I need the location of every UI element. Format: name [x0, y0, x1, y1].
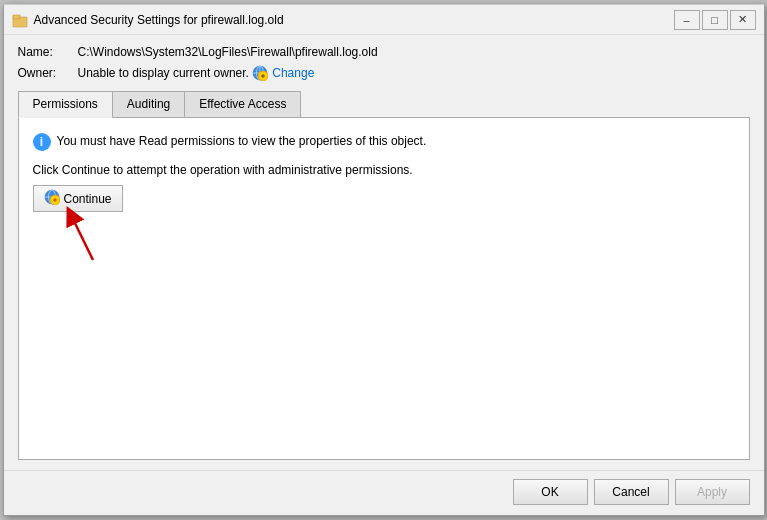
name-label: Name: [18, 45, 78, 59]
owner-row: Owner: Unable to display current owner. [18, 65, 750, 81]
window-title: Advanced Security Settings for pfirewall… [34, 13, 674, 27]
continue-btn-label: Continue [64, 192, 112, 206]
bottom-bar: OK Cancel Apply [4, 470, 764, 515]
apply-button[interactable]: Apply [675, 479, 750, 505]
svg-point-7 [262, 75, 265, 78]
name-row: Name: C:\Windows\System32\LogFiles\Firew… [18, 45, 750, 59]
continue-btn-icon [44, 189, 60, 208]
title-bar: Advanced Security Settings for pfirewall… [4, 5, 764, 35]
svg-rect-1 [13, 15, 20, 19]
cancel-button[interactable]: Cancel [594, 479, 669, 505]
window-controls: – □ ✕ [674, 10, 756, 30]
minimize-button[interactable]: – [674, 10, 700, 30]
window-icon [12, 12, 28, 28]
tab-auditing[interactable]: Auditing [112, 91, 185, 117]
maximize-button[interactable]: □ [702, 10, 728, 30]
change-link-label: Change [272, 66, 314, 80]
main-window: Advanced Security Settings for pfirewall… [3, 4, 765, 516]
arrow-container: Continue [33, 179, 735, 212]
tab-content-area: i You must have Read permissions to view… [18, 118, 750, 460]
continue-button[interactable]: Continue [33, 185, 123, 212]
svg-line-12 [71, 215, 93, 260]
change-link[interactable]: Change [252, 65, 314, 81]
ok-button[interactable]: OK [513, 479, 588, 505]
owner-label: Owner: [18, 66, 78, 80]
info-icon: i [33, 133, 51, 151]
close-button[interactable]: ✕ [730, 10, 756, 30]
info-box: i You must have Read permissions to view… [33, 132, 735, 151]
info-message: You must have Read permissions to view t… [57, 132, 427, 150]
owner-value: Unable to display current owner. [78, 66, 249, 80]
tab-effective-access[interactable]: Effective Access [184, 91, 301, 117]
tab-permissions[interactable]: Permissions [18, 91, 113, 118]
content-area: Name: C:\Windows\System32\LogFiles\Firew… [4, 35, 764, 470]
name-value: C:\Windows\System32\LogFiles\Firewall\pf… [78, 45, 378, 59]
continue-message: Click Continue to attempt the operation … [33, 161, 735, 179]
globe-shield-icon [252, 65, 268, 81]
cursor-arrow [63, 205, 113, 265]
tabs-container: Permissions Auditing Effective Access [18, 91, 750, 118]
